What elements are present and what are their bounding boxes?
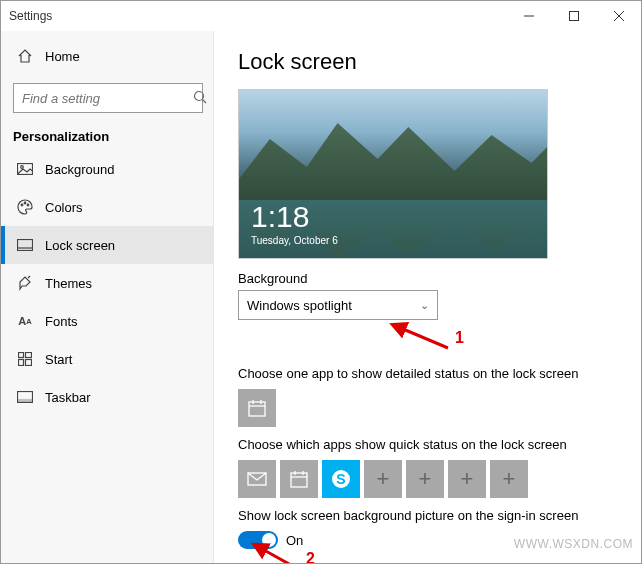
sidebar-item-lockscreen[interactable]: Lock screen: [1, 226, 213, 264]
nav-label: Fonts: [45, 314, 78, 329]
background-dropdown[interactable]: Windows spotlight ⌄: [238, 290, 438, 320]
svg-rect-1: [569, 11, 578, 20]
lockscreen-icon: [13, 239, 37, 251]
page-title: Lock screen: [238, 49, 617, 75]
calendar-tile[interactable]: [238, 389, 276, 427]
search-wrap: [1, 75, 213, 121]
svg-point-10: [27, 204, 29, 206]
home-label: Home: [45, 49, 80, 64]
preview-time: 1:18: [251, 200, 309, 234]
background-label: Background: [238, 271, 617, 286]
annotation-2: 2: [258, 547, 617, 563]
taskbar-icon: [13, 391, 37, 403]
dropdown-value: Windows spotlight: [247, 298, 352, 313]
window-buttons: [506, 1, 641, 30]
chevron-down-icon: ⌄: [420, 299, 429, 312]
lockscreen-preview: 1:18 Tuesday, October 6: [238, 89, 548, 259]
nav-label: Themes: [45, 276, 92, 291]
svg-line-5: [203, 99, 207, 103]
svg-rect-14: [26, 353, 32, 358]
sidebar-home[interactable]: Home: [1, 37, 213, 75]
home-icon: [13, 48, 37, 64]
nav-label: Taskbar: [45, 390, 91, 405]
svg-rect-11: [18, 240, 33, 251]
add-tile[interactable]: +: [490, 460, 528, 498]
settings-window: Settings Home: [0, 0, 642, 564]
quick-label: Choose which apps show quick status on t…: [238, 437, 617, 452]
maximize-button[interactable]: [551, 1, 596, 30]
svg-rect-15: [19, 360, 24, 366]
sidebar-item-themes[interactable]: Themes: [1, 264, 213, 302]
sidebar-item-colors[interactable]: Colors: [1, 188, 213, 226]
svg-rect-16: [26, 360, 32, 366]
nav-label: Colors: [45, 200, 83, 215]
signin-label: Show lock screen background picture on t…: [238, 508, 617, 523]
search-box[interactable]: [13, 83, 203, 113]
sidebar-item-taskbar[interactable]: Taskbar: [1, 378, 213, 416]
nav-label: Background: [45, 162, 114, 177]
search-input[interactable]: [20, 90, 193, 107]
toggle-state: On: [286, 533, 303, 548]
palette-icon: [13, 199, 37, 215]
body: Home Personalization Background: [1, 31, 641, 563]
themes-icon: [13, 275, 37, 291]
annotation-1: 1: [238, 326, 617, 350]
sidebar-item-background[interactable]: Background: [1, 150, 213, 188]
calendar-tile-2[interactable]: [280, 460, 318, 498]
skype-tile[interactable]: S: [322, 460, 360, 498]
sidebar: Home Personalization Background: [1, 31, 214, 563]
titlebar: Settings: [1, 1, 641, 31]
svg-rect-25: [291, 473, 307, 487]
add-tile[interactable]: +: [448, 460, 486, 498]
svg-point-8: [21, 204, 23, 206]
picture-icon: [13, 163, 37, 175]
content: Lock screen 1:18 Tuesday, October 6 Back…: [214, 31, 641, 563]
start-icon: [13, 352, 37, 366]
detailed-tiles: [238, 389, 617, 427]
sidebar-item-start[interactable]: Start: [1, 340, 213, 378]
svg-rect-13: [19, 353, 24, 358]
close-button[interactable]: [596, 1, 641, 30]
svg-line-31: [264, 550, 298, 563]
svg-point-4: [195, 91, 204, 100]
svg-rect-18: [18, 400, 33, 403]
quick-tiles: S + + + +: [238, 460, 617, 498]
mail-tile[interactable]: [238, 460, 276, 498]
svg-text:S: S: [336, 471, 345, 487]
add-tile[interactable]: +: [364, 460, 402, 498]
fonts-icon: AA: [13, 315, 37, 327]
annotation-number-1: 1: [455, 329, 464, 347]
add-tile[interactable]: +: [406, 460, 444, 498]
window-title: Settings: [9, 9, 52, 23]
minimize-button[interactable]: [506, 1, 551, 30]
svg-rect-20: [249, 402, 265, 416]
svg-line-19: [403, 329, 448, 348]
detailed-label: Choose one app to show detailed status o…: [238, 366, 617, 381]
sidebar-item-fonts[interactable]: AA Fonts: [1, 302, 213, 340]
section-header: Personalization: [1, 121, 213, 150]
preview-date: Tuesday, October 6: [251, 235, 338, 246]
nav-label: Lock screen: [45, 238, 115, 253]
nav-label: Start: [45, 352, 72, 367]
svg-point-9: [24, 202, 26, 204]
search-icon: [193, 90, 207, 107]
svg-point-7: [21, 166, 24, 169]
annotation-number-2: 2: [306, 550, 315, 563]
